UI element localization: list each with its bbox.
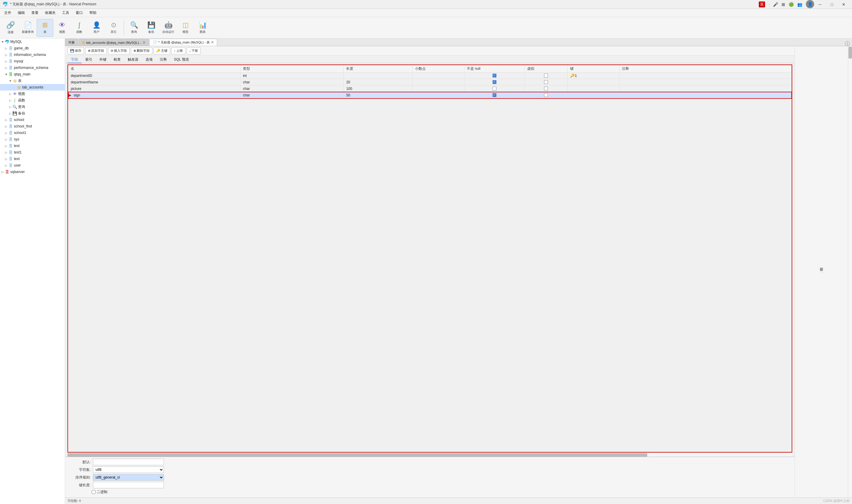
sub-tab-foreign-keys[interactable]: 外键 <box>96 56 110 63</box>
toolbar-model[interactable]: ◫ 模型 <box>177 19 194 37</box>
sidebar-item-sqlserver[interactable]: ▷ 🗄 sqlserver <box>0 168 65 175</box>
toolbar-query[interactable]: 🔍 查询 <box>126 19 142 37</box>
tray-people[interactable]: 👥 <box>797 2 802 7</box>
field-comment-3[interactable] <box>619 86 791 92</box>
charset-select[interactable]: utf8 <box>93 466 164 473</box>
toolbar-backup[interactable]: 💾 备份 <box>143 19 160 37</box>
virtual-cb-2[interactable] <box>544 80 548 84</box>
default-input[interactable] <box>93 459 164 465</box>
field-length-2[interactable]: 20 <box>344 79 413 86</box>
field-name-2[interactable]: departmentName <box>68 79 240 86</box>
sidebar-item-test1[interactable]: ▷ 🗄 test1 <box>0 149 65 156</box>
toolbar-other[interactable]: ⊙ 其它 <box>105 19 122 37</box>
field-virtual-2[interactable] <box>525 79 568 86</box>
menu-tools[interactable]: 工具 <box>59 10 72 16</box>
sidebar-item-mysql-db[interactable]: ▷ 🗄 mysql <box>0 58 65 65</box>
notnull-cb-4[interactable] <box>493 93 496 97</box>
field-decimal-2[interactable] <box>413 79 465 86</box>
sidebar-item-tab-accounts[interactable]: ⊞ tab_accounts <box>0 84 65 90</box>
sub-tab-triggers[interactable]: 触发器 <box>124 56 142 63</box>
toolbar-view[interactable]: 👁 视图 <box>54 19 70 37</box>
field-notnull-4[interactable] <box>464 92 525 98</box>
sidebar-item-queries-group[interactable]: ▷ 🔍 查询 <box>0 104 65 110</box>
field-decimal-1[interactable] <box>413 72 465 79</box>
field-decimal-4[interactable] <box>413 92 465 98</box>
tab-accounts-close[interactable]: ✕ <box>143 40 146 45</box>
field-name-3[interactable]: picture <box>68 86 240 92</box>
menu-window[interactable]: 窗口 <box>73 10 86 16</box>
field-type-2[interactable]: char <box>240 79 344 86</box>
user-avatar[interactable]: 👤 <box>806 0 814 8</box>
field-virtual-1[interactable] <box>525 72 568 79</box>
menu-edit[interactable]: 编辑 <box>15 10 28 16</box>
virtual-cb-4[interactable] <box>544 93 548 97</box>
tray-green[interactable]: 🟢 <box>789 2 794 7</box>
toolbar-new-query[interactable]: 📄 新建查询 <box>19 19 36 37</box>
field-comment-1[interactable] <box>619 72 791 79</box>
sub-tab-comments[interactable]: 注释 <box>156 56 170 63</box>
field-key-3[interactable] <box>568 86 619 92</box>
info-icon[interactable]: i <box>845 41 850 46</box>
field-length-4[interactable]: 50 <box>344 92 413 98</box>
sidebar-item-tables-group[interactable]: ▼ ⊞ 表 <box>0 77 65 84</box>
field-type-1[interactable]: int <box>240 72 344 79</box>
sidebar-item-mysql-root[interactable]: ▼ 🐬 MySQL <box>0 38 65 45</box>
v-scrollbar[interactable] <box>848 46 852 498</box>
maximize-button[interactable]: □ <box>826 0 838 9</box>
virtual-cb-1[interactable] <box>544 74 548 77</box>
field-key-2[interactable] <box>568 79 619 86</box>
toolbar-connect[interactable]: 🔗 连接 <box>2 19 19 37</box>
sidebar-item-school-find[interactable]: ▷ 🗄 school_find <box>0 123 65 129</box>
sidebar-item-funcs-group[interactable]: ▷ ∫ 函数 <box>0 97 65 104</box>
minimize-button[interactable]: ─ <box>814 0 826 9</box>
sidebar-item-perf-schema[interactable]: ▷ 🗄 performance_schema <box>0 65 65 71</box>
tray-mic[interactable]: 🎤 <box>773 2 778 7</box>
sub-tab-indexes[interactable]: 索引 <box>81 56 96 63</box>
toolbar-chart[interactable]: 📊 图表 <box>194 19 211 37</box>
binary-label[interactable]: 二进制 <box>97 489 107 494</box>
sub-tab-checks[interactable]: 检查 <box>110 56 124 63</box>
tray-grid[interactable]: ⊞ <box>782 2 785 7</box>
field-comment-2[interactable] <box>619 79 791 86</box>
binary-checkbox[interactable] <box>92 490 95 494</box>
sidebar-item-sys[interactable]: ▷ 🗄 sys <box>0 136 65 143</box>
table-row[interactable]: departmentName char 20 <box>68 79 792 86</box>
close-button[interactable]: ✕ <box>838 0 850 9</box>
menu-view[interactable]: 查看 <box>29 10 41 16</box>
notnull-cb-2[interactable] <box>493 80 496 84</box>
field-length-1[interactable] <box>344 72 413 79</box>
sidebar-item-backups-group[interactable]: ▷ 💾 备份 <box>0 110 65 116</box>
save-button[interactable]: 💾 保存 <box>68 47 84 54</box>
ime-indicator[interactable]: 英 <box>759 1 765 7</box>
menu-file[interactable]: 文件 <box>1 10 14 16</box>
tab-tab-accounts[interactable]: ⊞ tab_accounts @qtqq_main (MySQL)... ✕ <box>79 39 149 46</box>
toolbar-table[interactable]: ⊞ 表 <box>37 19 53 37</box>
sidebar-item-school[interactable]: ▷ 🗄 school <box>0 116 65 123</box>
table-row[interactable]: departmentID int <box>68 72 792 79</box>
primary-key-button[interactable]: 🔑 主键 <box>153 47 170 54</box>
table-row[interactable]: picture char 100 <box>68 86 792 92</box>
field-virtual-4[interactable] <box>525 92 568 98</box>
menu-favorites[interactable]: 收藏夹 <box>42 10 58 16</box>
sub-tab-sql-preview[interactable]: SQL 预览 <box>170 56 193 63</box>
field-virtual-3[interactable] <box>525 86 568 92</box>
table-row[interactable]: ▶ sign char 50 <box>68 92 792 98</box>
sidebar-item-views-group[interactable]: ▷ 👁 视图 <box>0 90 65 97</box>
field-key-1[interactable]: 🔑1 <box>568 72 619 79</box>
sidebar-item-user[interactable]: ▷ 🗄 user <box>0 162 65 168</box>
move-up-button[interactable]: ↑ 上移 <box>171 47 185 54</box>
tab-object[interactable]: 对象 <box>65 39 78 46</box>
field-name-1[interactable]: departmentID <box>68 72 240 79</box>
sidebar-item-school1[interactable]: ▷ 🗄 school1 <box>0 129 65 136</box>
toolbar-function[interactable]: ∫ 函数 <box>71 19 88 37</box>
field-notnull-1[interactable] <box>464 72 525 79</box>
h-scrollbar[interactable] <box>68 452 792 457</box>
field-comment-4[interactable] <box>619 92 791 98</box>
delete-field-button[interactable]: ⊗ 删除字段 <box>131 47 152 54</box>
toolbar-autorun[interactable]: 🤖 自动运行 <box>160 19 177 37</box>
collation-select[interactable]: utf8_general_ci <box>93 474 164 481</box>
field-length-3[interactable]: 100 <box>344 86 413 92</box>
sidebar-item-information-schema[interactable]: ▷ 🗄 information_schema <box>0 52 65 58</box>
field-notnull-2[interactable] <box>464 79 525 86</box>
toolbar-user[interactable]: 👤 用户 <box>88 19 105 37</box>
